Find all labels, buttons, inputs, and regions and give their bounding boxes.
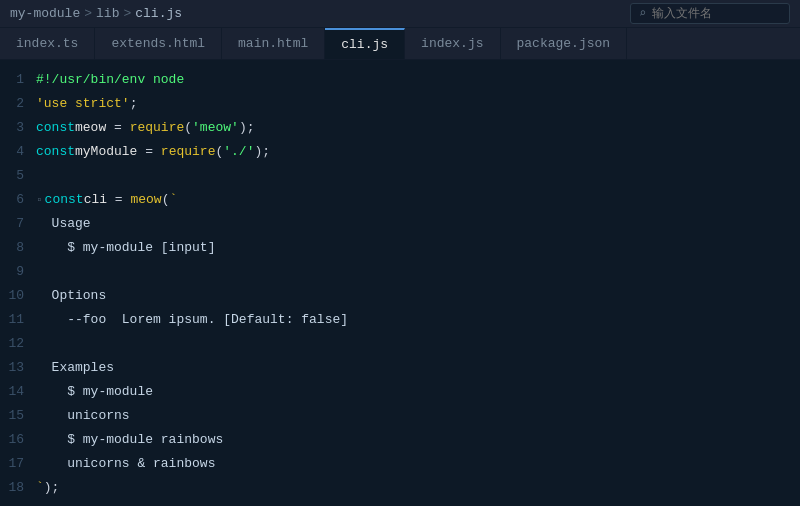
line-num: 7 bbox=[8, 212, 24, 236]
code-line: const myModule = require('./'); bbox=[36, 140, 792, 164]
line-num: 5 bbox=[8, 164, 24, 188]
code-line: $ my-module rainbows bbox=[36, 428, 792, 452]
code-content[interactable]: #!/usr/bin/env node 'use strict'; const … bbox=[36, 60, 800, 506]
code-line: `); bbox=[36, 476, 792, 500]
code-line bbox=[36, 260, 792, 284]
code-line: const meow = require('meow'); bbox=[36, 116, 792, 140]
line-num: 8 bbox=[8, 236, 24, 260]
code-line: --foo Lorem ipsum. [Default: false] bbox=[36, 308, 792, 332]
code-line: 'use strict'; bbox=[36, 92, 792, 116]
line-num: 13 bbox=[8, 356, 24, 380]
title-bar: my-module > lib > cli.js ⌕ bbox=[0, 0, 800, 28]
tab-bar: index.ts extends.html main.html cli.js i… bbox=[0, 28, 800, 60]
breadcrumb-sep2: > bbox=[123, 6, 131, 21]
breadcrumb-filename: cli.js bbox=[135, 6, 182, 21]
tab-index-js[interactable]: index.js bbox=[405, 28, 500, 59]
breadcrumb-sep1: > bbox=[84, 6, 92, 21]
code-line: Examples bbox=[36, 356, 792, 380]
code-area: 1 2 3 4 5 6 7 8 9 10 11 12 13 14 15 16 1… bbox=[0, 60, 800, 506]
code-line: $ my-module bbox=[36, 380, 792, 404]
code-line bbox=[36, 332, 792, 356]
line-num: 3 bbox=[8, 116, 24, 140]
code-line: unicorns bbox=[36, 404, 792, 428]
line-num: 2 bbox=[8, 92, 24, 116]
line-num: 18 bbox=[8, 476, 24, 500]
line-num: 15 bbox=[8, 404, 24, 428]
line-num: 10 bbox=[8, 284, 24, 308]
line-num: 6 bbox=[8, 188, 24, 212]
line-numbers: 1 2 3 4 5 6 7 8 9 10 11 12 13 14 15 16 1… bbox=[0, 60, 36, 506]
code-line: Usage bbox=[36, 212, 792, 236]
line-num: 14 bbox=[8, 380, 24, 404]
code-line: #!/usr/bin/env node bbox=[36, 68, 792, 92]
code-line bbox=[36, 164, 792, 188]
code-line: Options bbox=[36, 284, 792, 308]
code-line: unicorns & rainbows bbox=[36, 452, 792, 476]
line-num: 16 bbox=[8, 428, 24, 452]
search-bar[interactable]: ⌕ bbox=[630, 3, 790, 24]
search-icon: ⌕ bbox=[639, 6, 646, 21]
tab-cli-js[interactable]: cli.js bbox=[325, 28, 405, 59]
line-num: 11 bbox=[8, 308, 24, 332]
search-input[interactable] bbox=[652, 7, 772, 21]
breadcrumb-part2: lib bbox=[96, 6, 119, 21]
line-num: 1 bbox=[8, 68, 24, 92]
line-num: 4 bbox=[8, 140, 24, 164]
code-line: $ my-module [input] bbox=[36, 236, 792, 260]
breadcrumb-part1: my-module bbox=[10, 6, 80, 21]
line-num: 12 bbox=[8, 332, 24, 356]
tab-main-html[interactable]: main.html bbox=[222, 28, 325, 59]
breadcrumb: my-module > lib > cli.js bbox=[10, 6, 630, 21]
tab-extends-html[interactable]: extends.html bbox=[95, 28, 222, 59]
tab-package-json[interactable]: package.json bbox=[501, 28, 628, 59]
tab-index-ts[interactable]: index.ts bbox=[0, 28, 95, 59]
line-num: 17 bbox=[8, 452, 24, 476]
code-line: ▫const cli = meow(` bbox=[36, 188, 792, 212]
line-num: 9 bbox=[8, 260, 24, 284]
